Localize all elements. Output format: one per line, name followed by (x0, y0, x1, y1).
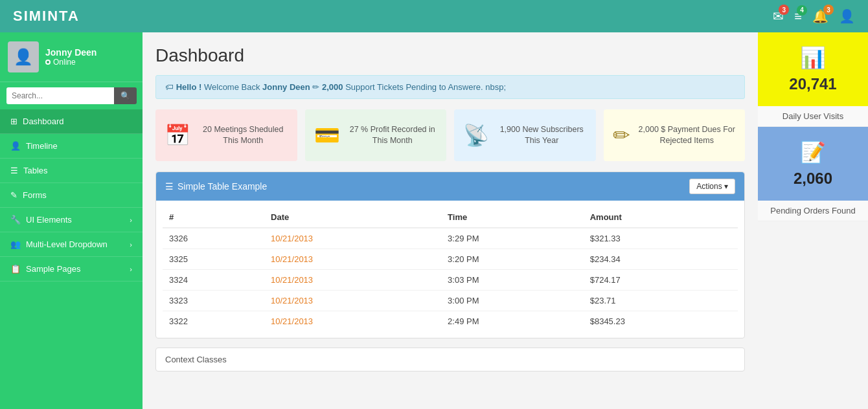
sample-pages-icon: 📋 (10, 264, 21, 274)
metric-card-visits: 📊 20,741 (758, 32, 868, 106)
forms-icon: ✎ (10, 190, 17, 200)
multi-level-icon: 👥 (10, 239, 21, 249)
user-icon-wrap[interactable]: 👤 (839, 8, 855, 24)
ui-elements-icon: 🔧 (10, 215, 21, 225)
logo: SIMINTA (13, 8, 80, 25)
sidebar-item-sample-pages[interactable]: 📋 Sample Pages › (0, 257, 143, 282)
context-section: Context Classes (155, 348, 745, 371)
cell-time: 3:00 PM (441, 291, 584, 311)
content-area: Dashboard 🏷 Hello ! Welcome Back Jonny D… (143, 32, 758, 409)
table-row: 3325 10/21/2013 3:20 PM $234.34 (163, 249, 738, 270)
mail-badge: 3 (779, 5, 789, 15)
simple-table: # Date Time Amount 3326 10/21/2013 3:29 … (163, 207, 738, 331)
sidebar-item-timeline[interactable]: 👤 Timeline (0, 134, 143, 159)
ticket-count: 2,000 (322, 82, 343, 92)
stat-text-meetings: 20 Meetings Sheduled This Month (198, 124, 288, 147)
main-wrap: 👤 Jonny Deen Online 🔍 ⊞ Dashboard 👤 Time… (0, 32, 868, 409)
orders-label-wrap: Pending Orders Found (758, 201, 868, 221)
avatar: 👤 (8, 41, 39, 72)
chevron-right-icon-2: › (130, 241, 132, 249)
page-title: Dashboard (155, 45, 745, 66)
dashboard-icon: ⊞ (10, 116, 17, 126)
user-info: Jonny Deen Online (45, 47, 97, 67)
cell-date: 10/21/2013 (264, 228, 441, 249)
cell-num: 3325 (163, 249, 264, 270)
stat-cards: 📅 20 Meetings Sheduled This Month 💳 27 %… (155, 109, 745, 161)
visits-label: Daily User Visits (782, 111, 843, 121)
col-header-date: Date (264, 207, 441, 228)
sidebar-item-multi-level[interactable]: 👥 Multi-Level Dropdown › (0, 232, 143, 257)
stat-text-payment: 2,000 $ Payment Dues For Rejected Items (638, 124, 737, 147)
col-header-amount: Amount (584, 207, 738, 228)
list-icon-wrap[interactable]: ≡ 4 (794, 9, 802, 24)
chevron-right-icon: › (130, 216, 132, 224)
cell-time: 3:29 PM (441, 228, 584, 249)
cell-amount: $321.33 (584, 228, 738, 249)
col-header-time: Time (441, 207, 584, 228)
user-name-welcome: Jonny Deen (262, 82, 310, 92)
search-button[interactable]: 🔍 (114, 87, 137, 104)
sidebar: 👤 Jonny Deen Online 🔍 ⊞ Dashboard 👤 Time… (0, 32, 143, 409)
cell-amount: $8345.23 (584, 311, 738, 332)
cell-date: 10/21/2013 (264, 311, 441, 332)
cell-num: 3323 (163, 291, 264, 311)
orders-label: Pending Orders Found (770, 206, 856, 216)
search-wrap: 🔍 (0, 82, 143, 109)
cell-date: 10/21/2013 (264, 291, 441, 311)
mail-icon-wrap[interactable]: ✉ 3 (773, 8, 784, 24)
welcome-bar: 🏷 Hello ! Welcome Back Jonny Deen ✏ 2,00… (155, 75, 745, 99)
sidebar-item-ui-elements[interactable]: 🔧 UI Elements › (0, 208, 143, 232)
cell-amount: $724.17 (584, 270, 738, 291)
stat-text-subscribers: 1,900 New Subscribers This Year (497, 124, 587, 147)
table-header: ☰ Simple Table Example Actions ▾ (156, 172, 744, 201)
pencil-icon: ✏ (613, 123, 630, 148)
sidebar-item-forms[interactable]: ✎ Forms (0, 183, 143, 208)
cell-date: 10/21/2013 (264, 249, 441, 270)
bell-badge: 3 (823, 5, 834, 15)
context-title: Context Classes (165, 355, 227, 364)
cell-amount: $23.71 (584, 291, 738, 311)
sidebar-item-tables[interactable]: ☰ Tables (0, 159, 143, 183)
list-badge: 4 (797, 5, 807, 16)
cell-date: 10/21/2013 (264, 270, 441, 291)
credit-card-icon: 💳 (314, 123, 340, 148)
visits-value: 20,741 (789, 75, 836, 93)
actions-button[interactable]: Actions ▾ (689, 179, 735, 194)
sidebar-item-dashboard[interactable]: ⊞ Dashboard (0, 109, 143, 134)
right-panel: 📊 20,741 Daily User Visits 📝 2,060 Pendi… (758, 32, 868, 409)
cell-num: 3326 (163, 228, 264, 249)
user-section: 👤 Jonny Deen Online (0, 32, 143, 82)
table-title: ☰ Simple Table Example (165, 181, 267, 192)
user-status: Online (45, 58, 97, 67)
bell-icon-wrap[interactable]: 🔔 3 (812, 8, 828, 24)
table-row: 3326 10/21/2013 3:29 PM $321.33 (163, 228, 738, 249)
col-header-num: # (163, 207, 264, 228)
table-section: ☰ Simple Table Example Actions ▾ # Date … (155, 171, 745, 338)
table-row: 3324 10/21/2013 3:03 PM $724.17 (163, 270, 738, 291)
stat-card-subscribers: 📡 1,900 New Subscribers This Year (454, 109, 596, 161)
user-name: Jonny Deen (45, 47, 97, 58)
search-input[interactable] (6, 87, 114, 104)
cell-time: 3:20 PM (441, 249, 584, 270)
stat-card-payment: ✏ 2,000 $ Payment Dues For Rejected Item… (604, 109, 746, 161)
calendar-icon: 📅 (165, 123, 190, 148)
table-row: 3323 10/21/2013 3:00 PM $23.71 (163, 291, 738, 311)
visits-label-wrap: Daily User Visits (758, 106, 868, 127)
status-dot (45, 60, 51, 65)
header-icons: ✉ 3 ≡ 4 🔔 3 👤 (773, 8, 855, 24)
user-profile-icon: 👤 (839, 9, 855, 23)
cell-num: 3322 (163, 311, 264, 332)
chevron-right-icon-3: › (130, 265, 132, 273)
stat-card-profit: 💳 27 % Profit Recorded in This Month (305, 109, 447, 161)
edit-doc-icon: 📝 (800, 140, 826, 164)
cell-time: 2:49 PM (441, 311, 584, 332)
hello-text: Hello ! (176, 82, 202, 92)
orders-value: 2,060 (794, 170, 832, 188)
bar-chart-icon: 📊 (800, 45, 826, 70)
metric-card-orders: 📝 2,060 (758, 127, 868, 201)
cell-amount: $234.34 (584, 249, 738, 270)
stat-card-meetings: 📅 20 Meetings Sheduled This Month (155, 109, 297, 161)
table-row: 3322 10/21/2013 2:49 PM $8345.23 (163, 311, 738, 332)
header: SIMINTA ✉ 3 ≡ 4 🔔 3 👤 (0, 0, 868, 32)
rss-icon: 📡 (463, 123, 489, 148)
